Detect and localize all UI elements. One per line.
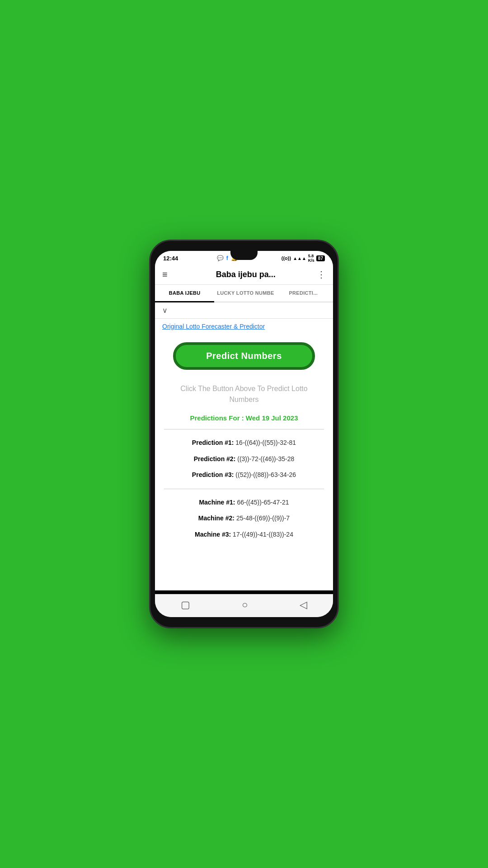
machine-item-1: Machine #1: 66-((45))-65-47-21: [162, 495, 326, 511]
chevron-down-icon[interactable]: ∨: [162, 306, 168, 315]
prediction-item-3: Prediction #3: ((52))-((88))-63-34-26: [162, 467, 326, 483]
nav-back-icon[interactable]: ◁: [300, 599, 307, 611]
dropdown-row[interactable]: ∨: [155, 302, 333, 319]
divider-middle: [164, 489, 324, 489]
black-bar: [155, 590, 333, 594]
nav-recent-apps-icon[interactable]: ▢: [181, 599, 190, 611]
prediction-1-value: 16-((64))-((55))-32-81: [235, 439, 296, 446]
prediction-date: Predictions For : Wed 19 Jul 2023: [155, 412, 333, 427]
notch: [230, 251, 258, 260]
battery-icon: 87: [316, 255, 325, 261]
machine-1-label: Machine #1:: [199, 499, 235, 506]
prediction-2-value: ((3))-72-((46))-35-28: [237, 455, 294, 462]
predict-button-area: Predict Numbers: [155, 338, 333, 379]
prediction-3-value: ((52))-((88))-63-34-26: [235, 471, 296, 478]
predict-numbers-button[interactable]: Predict Numbers: [173, 342, 315, 370]
more-icon[interactable]: ⋮: [317, 269, 326, 280]
nav-home-icon[interactable]: ○: [242, 599, 248, 611]
machine-section: Machine #1: 66-((45))-65-47-21 Machine #…: [155, 491, 333, 547]
prediction-3-label: Prediction #3:: [192, 471, 234, 478]
speed-icon: 5.8K/s: [308, 254, 314, 263]
instruction-text: Click The Button Above To Predict Lotto …: [155, 379, 333, 412]
app-bar: ≡ Baba ijebu pa... ⋮: [155, 264, 333, 285]
machine-2-value: 25-48-((69))-((9))-7: [236, 514, 290, 522]
tab-baba-ijebu[interactable]: BABA IJEBU: [155, 285, 214, 302]
tab-prediction[interactable]: PREDICTI...: [274, 285, 333, 302]
prediction-2-label: Prediction #2:: [194, 455, 236, 462]
whatsapp-icon: 💬: [217, 255, 224, 261]
hamburger-icon[interactable]: ≡: [162, 269, 168, 280]
tab-lucky-lotto[interactable]: LUCKY LOTTO NUMBERS: [214, 285, 273, 302]
status-bar: 12:44 💬 f 🔔 • ((o)) ▲▲▲ 5.8K/s 87: [155, 251, 333, 264]
machine-1-value: 66-((45))-65-47-21: [237, 499, 289, 506]
prediction-1-label: Prediction #1:: [192, 439, 234, 446]
bottom-nav: ▢ ○ ◁: [155, 594, 333, 617]
divider-top: [164, 429, 324, 429]
forecaster-link-area: Original Lotto Forecaster & Predictor: [155, 319, 333, 338]
facebook-icon: f: [226, 255, 228, 261]
status-icons-right: ((o)) ▲▲▲ 5.8K/s 87: [282, 254, 325, 263]
machine-item-3: Machine #3: 17-((49))-41-((83))-24: [162, 527, 326, 543]
machine-3-label: Machine #3:: [195, 531, 231, 538]
phone-frame: 12:44 💬 f 🔔 • ((o)) ▲▲▲ 5.8K/s 87 ≡ Baba…: [149, 240, 339, 628]
forecaster-link[interactable]: Original Lotto Forecaster & Predictor: [162, 323, 265, 330]
tabs: BABA IJEBU LUCKY LOTTO NUMBERS PREDICTI.…: [155, 285, 333, 302]
machine-2-label: Machine #2:: [198, 514, 235, 522]
status-time: 12:44: [163, 255, 178, 262]
app-title: Baba ijebu pa...: [175, 270, 317, 279]
machine-item-2: Machine #2: 25-48-((69))-((9))-7: [162, 510, 326, 527]
content: ∨ Original Lotto Forecaster & Predictor …: [155, 302, 333, 590]
phone-screen: 12:44 💬 f 🔔 • ((o)) ▲▲▲ 5.8K/s 87 ≡ Baba…: [155, 251, 333, 617]
prediction-item-1: Prediction #1: 16-((64))-((55))-32-81: [162, 435, 326, 451]
wifi-icon: ((o)): [282, 255, 291, 261]
predictions-section: Prediction #1: 16-((64))-((55))-32-81 Pr…: [155, 431, 333, 487]
prediction-item-2: Prediction #2: ((3))-72-((46))-35-28: [162, 451, 326, 467]
machine-3-value: 17-((49))-41-((83))-24: [233, 531, 293, 538]
signal-icon: ▲▲▲: [293, 256, 306, 261]
